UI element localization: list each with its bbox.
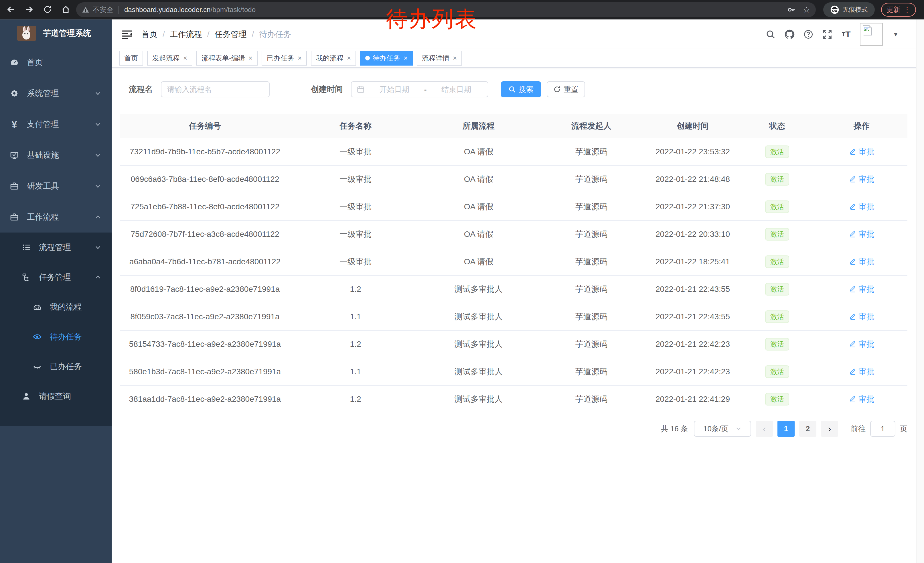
audit-button[interactable]: 审批 <box>849 394 874 405</box>
update-label[interactable]: 更新 <box>886 5 900 14</box>
breadcrumb-task-management[interactable]: 任务管理 <box>214 29 247 40</box>
tab-process-detail[interactable]: 流程详情× <box>417 51 462 66</box>
page-button-2[interactable]: 2 <box>799 421 816 437</box>
close-icon[interactable]: × <box>298 54 302 62</box>
avatar-dropdown-caret-icon[interactable]: ▼ <box>892 31 899 38</box>
help-icon[interactable] <box>803 29 813 39</box>
chevron-down-icon <box>94 121 101 128</box>
sidebar-item-dev-tools[interactable]: 研发工具 <box>0 171 112 201</box>
process-cell: OA 请假 <box>422 221 536 248</box>
audit-button[interactable]: 审批 <box>849 229 874 240</box>
reset-button[interactable]: 重置 <box>547 81 585 98</box>
security-warning-icon[interactable] <box>82 6 89 14</box>
bookmark-star-icon[interactable]: ☆ <box>803 5 810 15</box>
list-icon <box>22 243 31 252</box>
tab-home[interactable]: 首页 <box>119 51 143 66</box>
status-badge: 激活 <box>765 173 789 186</box>
close-icon[interactable]: × <box>249 54 252 62</box>
task-name-cell: 1.2 <box>290 386 422 413</box>
audit-button[interactable]: 审批 <box>849 201 874 212</box>
sidebar-item-label: 基础设施 <box>27 150 59 161</box>
monitor-icon <box>10 151 19 160</box>
chevron-down-icon <box>94 152 101 159</box>
browser-home-icon[interactable] <box>58 2 73 17</box>
tab-my-process[interactable]: 我的流程× <box>311 51 356 66</box>
task-id-cell: 069c6a63-7b8a-11ec-8ef0-acde48001122 <box>120 165 290 193</box>
total-count: 共 16 条 <box>661 424 688 434</box>
tab-start-process[interactable]: 发起流程× <box>147 51 192 66</box>
audit-button[interactable]: 审批 <box>849 174 874 185</box>
task-name-cell: 一级审批 <box>290 248 422 275</box>
sidebar-item-label: 支付管理 <box>27 119 59 130</box>
browser-forward-icon[interactable] <box>22 2 37 17</box>
search-button[interactable]: 搜索 <box>501 81 541 98</box>
address-bar[interactable]: 不安全 dashboard.yudao.iocoder.cn/bpm/task/… <box>76 2 816 17</box>
status-badge: 激活 <box>765 255 789 268</box>
audit-button[interactable]: 审批 <box>849 146 874 157</box>
table-row: a6aba0a4-7b6d-11ec-b781-acde48001122 一级审… <box>120 248 908 275</box>
pagination: 共 16 条 10条/页 ‹ 1 2 › 前往 页 <box>120 421 908 437</box>
sidebar-item-task-management[interactable]: 任务管理 <box>0 262 112 292</box>
audit-button[interactable]: 审批 <box>849 339 874 350</box>
audit-button[interactable]: 审批 <box>849 311 874 322</box>
incognito-label: 无痕模式 <box>842 6 868 14</box>
tab-process-form-edit[interactable]: 流程表单-编辑× <box>196 51 258 66</box>
omnibox-divider <box>118 6 119 14</box>
close-icon[interactable]: × <box>183 54 187 62</box>
sidebar-item-infrastructure[interactable]: 基础设施 <box>0 140 112 171</box>
sidebar-item-done-tasks[interactable]: 已办任务 <box>0 352 112 381</box>
process-cell: 测试多审批人 <box>422 386 536 413</box>
breadcrumb-home[interactable]: 首页 <box>141 29 158 40</box>
next-page-button[interactable]: › <box>821 421 838 437</box>
sidebar-item-process-management[interactable]: 流程管理 <box>0 233 112 262</box>
sidebar-item-leave-query[interactable]: 请假查询 <box>0 381 112 411</box>
created-cell: 2022-01-21 22:42:23 <box>647 330 738 358</box>
breadcrumb-workflow[interactable]: 工作流程 <box>170 29 202 40</box>
sidebar-item-payment[interactable]: ¥ 支付管理 <box>0 109 112 140</box>
browser-menu-kebab-icon[interactable]: ⋮ <box>904 6 910 13</box>
page-content: 流程名 创建时间 开始日期 - 结束日期 搜索 重置 任务编号 <box>112 68 924 437</box>
github-icon[interactable] <box>784 29 795 39</box>
process-name-input[interactable] <box>161 81 270 98</box>
tab-todo-tasks[interactable]: 待办任务× <box>360 51 413 66</box>
table-row: 58154733-7ac8-11ec-a9e2-a2380e71991a 1.2… <box>120 330 908 358</box>
browser-update-button[interactable]: 更新 ⋮ <box>881 3 916 17</box>
start-date-placeholder[interactable]: 开始日期 <box>368 84 421 95</box>
audit-button[interactable]: 审批 <box>849 256 874 267</box>
password-key-icon[interactable] <box>787 5 796 14</box>
page-size-select[interactable]: 10条/页 <box>694 421 751 437</box>
font-size-icon[interactable]: TT <box>841 29 851 39</box>
eye-open-icon <box>33 332 42 341</box>
app-logo-row[interactable]: 芋道管理系统 <box>0 20 112 47</box>
audit-button[interactable]: 审批 <box>849 284 874 295</box>
sidebar-collapse-icon[interactable] <box>122 30 132 39</box>
date-range-picker[interactable]: 开始日期 - 结束日期 <box>351 81 488 98</box>
close-icon[interactable]: × <box>453 54 457 62</box>
status-badge: 激活 <box>765 283 789 296</box>
audit-button[interactable]: 审批 <box>849 366 874 377</box>
avatar[interactable] <box>860 23 883 46</box>
browser-reload-icon[interactable] <box>40 2 55 17</box>
close-icon[interactable]: × <box>404 54 408 62</box>
goto-page-input[interactable] <box>870 421 896 437</box>
fullscreen-icon[interactable] <box>822 29 832 39</box>
page-button-1[interactable]: 1 <box>777 421 795 437</box>
task-id-cell: 725a1eb6-7b88-11ec-8ef0-acde48001122 <box>120 193 290 221</box>
col-task-id: 任务编号 <box>120 114 290 138</box>
tab-done-tasks[interactable]: 已办任务× <box>262 51 307 66</box>
sidebar-item-my-process[interactable]: 我的流程 <box>0 292 112 322</box>
end-date-placeholder[interactable]: 结束日期 <box>430 84 483 95</box>
sidebar-item-todo-tasks[interactable]: 待办任务 <box>0 322 112 352</box>
sidebar-item-system[interactable]: 系统管理 <box>0 78 112 109</box>
prev-page-button[interactable]: ‹ <box>756 421 773 437</box>
created-cell: 2022-01-21 22:41:29 <box>647 386 738 413</box>
security-label[interactable]: 不安全 <box>93 5 113 14</box>
task-name-cell: 一级审批 <box>290 138 422 165</box>
sidebar-item-home[interactable]: 首页 <box>0 47 112 78</box>
scrollbar-gutter[interactable] <box>916 20 924 563</box>
close-icon[interactable]: × <box>347 54 351 62</box>
search-icon[interactable] <box>765 29 776 39</box>
gear-icon <box>10 89 19 98</box>
sidebar-item-workflow[interactable]: 工作流程 <box>0 201 112 233</box>
browser-back-icon[interactable] <box>3 2 18 17</box>
